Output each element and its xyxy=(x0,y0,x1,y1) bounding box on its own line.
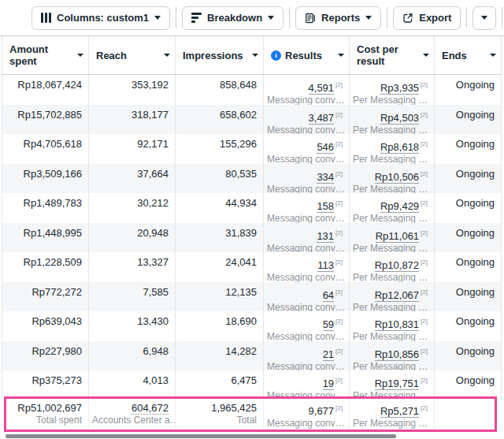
column-header-ends[interactable]: Ends xyxy=(435,36,502,74)
sort-caret-icon[interactable] xyxy=(252,54,258,57)
column-header-reach[interactable]: Reach xyxy=(89,36,176,74)
total-amount-label: Total spent xyxy=(9,415,82,426)
cost-per-result-link[interactable]: Rp4,503 xyxy=(380,112,419,125)
results-cell: 113[2] Messaging conv… xyxy=(264,252,350,282)
export-dropdown-button[interactable] xyxy=(472,6,496,30)
ends-cell: Ongoing xyxy=(435,105,502,135)
cost-per-result-subtext: Per Messaging … xyxy=(353,302,428,312)
footnote-ref: [2] xyxy=(421,259,428,266)
info-icon[interactable] xyxy=(271,50,281,61)
columns-button[interactable]: Columns: custom1 xyxy=(32,6,170,30)
cost-per-result-link[interactable]: Rp10,506 xyxy=(375,171,419,184)
ends-cell: Ongoing xyxy=(435,134,502,164)
results-subtext: Messaging conv… xyxy=(267,95,343,105)
toolbar-divider xyxy=(387,7,387,28)
chevron-down-icon xyxy=(365,16,372,20)
cost-per-result-subtext: Per Messaging … xyxy=(353,361,428,371)
reach-cell: 353,192 xyxy=(89,75,176,105)
table-row: Rp1,448,995 20,948 31,839 131[2] Messagi… xyxy=(2,223,502,253)
sort-caret-icon[interactable] xyxy=(164,54,170,57)
breakdown-button-label: Breakdown xyxy=(207,12,262,24)
cost-per-result-link[interactable]: Rp3,935 xyxy=(380,82,419,95)
ends-cell: Ongoing xyxy=(435,164,502,194)
ends-cell: Ongoing xyxy=(435,75,502,105)
footnote-ref: [2] xyxy=(335,170,343,177)
export-button[interactable]: Export xyxy=(393,6,461,30)
column-label: Impressions xyxy=(183,50,239,61)
sort-caret-icon[interactable] xyxy=(423,54,429,57)
breakdown-button[interactable]: Breakdown xyxy=(182,6,284,30)
footnote-ref: [2] xyxy=(421,348,428,355)
cost-per-result-subtext: Per Messaging … xyxy=(353,213,428,223)
cost-per-result-link[interactable]: Rp10,856 xyxy=(375,348,419,361)
results-link[interactable]: 3,487 xyxy=(309,112,335,125)
results-link[interactable]: 21 xyxy=(323,348,334,361)
results-link[interactable]: 546 xyxy=(317,141,334,154)
footnote-ref: [2] xyxy=(335,259,343,266)
impressions-cell: 18,690 xyxy=(176,311,264,341)
ends-cell: Ongoing xyxy=(435,370,502,400)
sort-caret-icon[interactable] xyxy=(490,54,496,57)
total-amount-value: Rp51,002,697 xyxy=(9,402,82,414)
cost-per-result-link[interactable]: Rp10,831 xyxy=(375,318,419,331)
results-cell: 546[2] Messaging conv… xyxy=(264,134,350,164)
cost-per-result-link[interactable]: Rp11,061 xyxy=(376,230,419,243)
total-reach-link[interactable]: 604,672 xyxy=(132,402,169,415)
results-subtext: Messaging conv… xyxy=(267,331,343,341)
results-link[interactable]: 158 xyxy=(317,200,334,213)
table-row: Rp3,509,166 37,664 80,535 334[2] Messagi… xyxy=(2,164,502,194)
results-cell: 59[2] Messaging conv… xyxy=(264,311,350,341)
results-subtext: Messaging conv… xyxy=(267,213,343,223)
results-link[interactable]: 113 xyxy=(317,259,334,272)
results-cell: 21[2] Messaging conv… xyxy=(264,341,350,371)
total-cost-per-result-link[interactable]: Rp5,271 xyxy=(380,405,419,418)
columns-button-label: Columns: custom1 xyxy=(57,12,149,24)
footnote-ref: [2] xyxy=(421,111,428,118)
horizontal-scrollbar[interactable] xyxy=(6,434,396,438)
results-subtext: Messaging conv… xyxy=(267,243,343,253)
cost-per-result-cell: Rp10,856[2] Per Messaging … xyxy=(350,341,435,371)
column-header-cost-per-result[interactable]: Cost per result xyxy=(350,36,435,74)
toolbar-divider xyxy=(289,7,290,28)
table-toolbar: Columns: custom1 Breakdown Reports xyxy=(0,0,504,35)
cost-per-result-cell: Rp19,751[2] Per Messaging … xyxy=(350,370,435,400)
column-header-amount-spent[interactable]: Amount spent xyxy=(2,36,89,74)
results-link[interactable]: 59 xyxy=(323,318,334,331)
reports-button[interactable]: Reports xyxy=(295,6,381,30)
column-header-impressions[interactable]: Impressions xyxy=(176,36,264,74)
results-link[interactable]: 131 xyxy=(317,230,334,243)
table-row: Rp18,067,424 353,192 858,648 4,591[2] Me… xyxy=(2,75,502,105)
sort-caret-icon[interactable] xyxy=(77,54,83,57)
results-link[interactable]: 4,591 xyxy=(309,82,335,95)
sort-caret-icon[interactable] xyxy=(338,54,344,57)
cost-per-result-link[interactable]: Rp12,067 xyxy=(375,289,419,302)
cost-per-result-link[interactable]: Rp10,872 xyxy=(375,259,419,272)
cost-per-result-link[interactable]: Rp9,429 xyxy=(380,200,419,213)
results-cell: 131[2] Messaging conv… xyxy=(264,223,350,253)
cost-per-result-link[interactable]: Rp19,751 xyxy=(375,378,419,390)
column-label: Results xyxy=(285,50,322,61)
impressions-cell: 6,475 xyxy=(176,370,264,400)
results-link[interactable]: 334 xyxy=(317,171,334,184)
results-cell: 64[2] Messaging conv… xyxy=(264,282,350,312)
footnote-ref: [2] xyxy=(335,377,343,384)
table-row: Rp15,702,885 318,177 658,602 3,487[2] Me… xyxy=(2,105,502,135)
results-link[interactable]: 64 xyxy=(323,289,334,302)
cost-per-result-link[interactable]: Rp8,618 xyxy=(380,141,419,154)
cost-per-result-cell: Rp10,506[2] Per Messaging … xyxy=(350,164,435,194)
cost-per-result-cell: Rp8,618[2] Per Messaging … xyxy=(350,134,435,164)
total-impressions-cell: 1,965,425 Total xyxy=(176,399,264,430)
ends-cell: Ongoing xyxy=(435,223,502,253)
footnote-ref: [2] xyxy=(421,199,428,206)
toolbar-divider xyxy=(502,7,502,28)
reach-cell: 318,177 xyxy=(89,105,176,135)
amount-spent-cell: Rp15,702,885 xyxy=(2,105,89,135)
total-results-cell: 9,677[2] Messaging conv… xyxy=(264,399,350,430)
cost-per-result-cell: Rp10,831[2] Per Messaging … xyxy=(350,311,435,341)
footnote-ref: [2] xyxy=(335,111,343,118)
cost-per-result-subtext: Per Messaging … xyxy=(353,95,428,105)
results-link[interactable]: 19 xyxy=(323,378,334,390)
column-header-results[interactable]: Results xyxy=(264,36,350,74)
footnote-ref: [2] xyxy=(421,288,428,296)
footnote-ref: [2] xyxy=(335,348,343,355)
